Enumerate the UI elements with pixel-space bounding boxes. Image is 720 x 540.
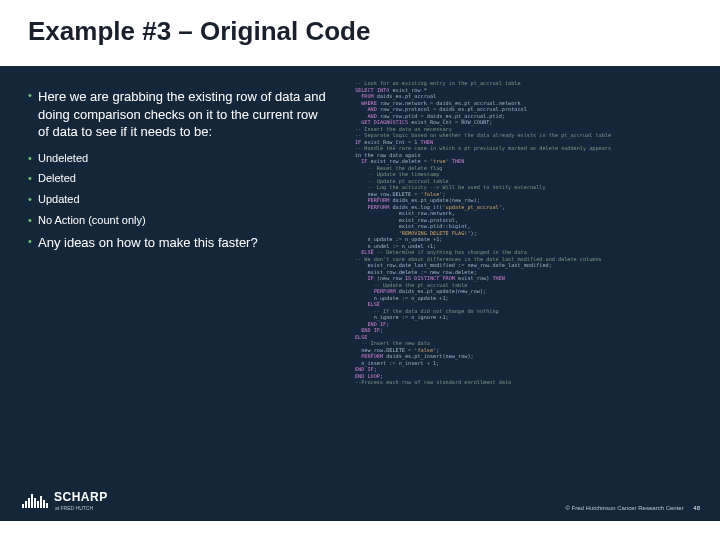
logo-brand: SCHARP — [54, 490, 108, 504]
bullet-sub-undeleted: Undeleted — [28, 151, 328, 166]
bullet-sub-deleted: Deleted — [28, 171, 328, 186]
code-block: -- Look for an existing entry in the pt_… — [355, 80, 705, 386]
bullet-main-1: Here we are grabbing the existing row of… — [28, 88, 328, 141]
bullet-main-2: Any ideas on how to make this faster? — [28, 234, 328, 252]
logo-bars-icon — [22, 494, 48, 508]
slide-title: Example #3 – Original Code — [0, 0, 720, 55]
page-number: 48 — [693, 505, 700, 511]
logo-sub: at FRED HUTCH — [55, 505, 108, 511]
copyright: © Fred Hutchinson Cancer Research Center… — [566, 505, 701, 511]
left-column: Here we are grabbing the existing row of… — [28, 88, 328, 262]
copyright-text: © Fred Hutchinson Cancer Research Center — [566, 505, 684, 511]
bullet-sub-noaction: No Action (count only) — [28, 213, 328, 228]
logo-text-wrap: SCHARP at FRED HUTCH — [54, 490, 108, 511]
slide: Example #3 – Original Code Here we are g… — [0, 0, 720, 540]
slide-body: Here we are grabbing the existing row of… — [0, 66, 720, 521]
footer-logo: SCHARP at FRED HUTCH — [22, 490, 108, 511]
bullet-sub-updated: Updated — [28, 192, 328, 207]
